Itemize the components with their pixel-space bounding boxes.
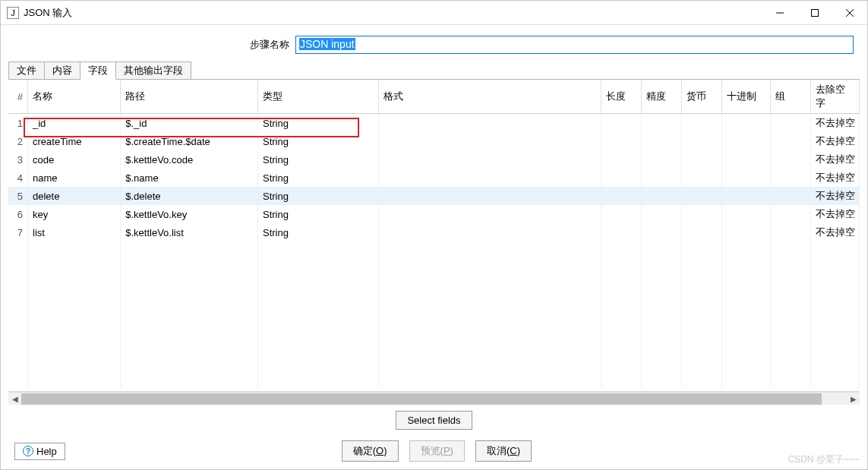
col-header-length[interactable]: 长度 bbox=[601, 80, 641, 114]
col-header-precision[interactable]: 精度 bbox=[641, 80, 681, 114]
cell-path[interactable]: $._id bbox=[121, 114, 258, 133]
cell-currency[interactable] bbox=[682, 223, 722, 241]
cell-name[interactable]: name bbox=[28, 169, 121, 187]
cell-index[interactable]: 5 bbox=[8, 187, 28, 205]
cell-precision[interactable] bbox=[641, 169, 681, 187]
cell-format[interactable] bbox=[379, 205, 601, 223]
cell-path[interactable]: $.kettleVo.key bbox=[121, 205, 258, 223]
table-row[interactable]: 3code$.kettleVo.codeString不去掉空 bbox=[8, 150, 860, 169]
cell-name[interactable]: createTime bbox=[28, 132, 121, 150]
cancel-button[interactable]: 取消(C) bbox=[475, 440, 532, 462]
col-header-format[interactable]: 格式 bbox=[379, 80, 601, 114]
cell-decimal[interactable] bbox=[722, 205, 771, 223]
col-header-trim[interactable]: 去除空字 bbox=[811, 80, 860, 114]
cell-decimal[interactable] bbox=[722, 169, 771, 187]
ok-button[interactable]: 确定(O) bbox=[342, 440, 399, 462]
cell-type[interactable]: String bbox=[257, 205, 378, 223]
cell-name[interactable]: code bbox=[28, 150, 121, 169]
tab-file[interactable]: 文件 bbox=[8, 62, 45, 79]
cell-index[interactable]: 7 bbox=[8, 223, 28, 241]
cell-length[interactable] bbox=[601, 169, 641, 187]
cell-currency[interactable] bbox=[682, 114, 722, 133]
cell-group[interactable] bbox=[770, 132, 810, 150]
table-row[interactable]: 2createTime$.createTime.$dateString不去掉空 bbox=[8, 132, 860, 150]
col-header-name[interactable]: 名称 bbox=[28, 80, 121, 114]
cell-precision[interactable] bbox=[641, 223, 681, 241]
cell-format[interactable] bbox=[379, 187, 601, 205]
close-button[interactable] bbox=[832, 1, 867, 25]
cell-path[interactable]: $.name bbox=[121, 169, 258, 187]
cell-index[interactable]: 2 bbox=[8, 132, 28, 150]
table-row-empty[interactable] bbox=[8, 351, 860, 369]
cell-length[interactable] bbox=[601, 187, 641, 205]
cell-path[interactable]: $.kettleVo.code bbox=[121, 150, 258, 169]
cell-precision[interactable] bbox=[641, 150, 681, 169]
cell-trim[interactable]: 不去掉空 bbox=[811, 169, 860, 187]
col-header-index[interactable]: # bbox=[8, 80, 28, 114]
cell-format[interactable] bbox=[379, 223, 601, 241]
minimize-button[interactable] bbox=[762, 1, 797, 25]
cell-format[interactable] bbox=[379, 132, 601, 150]
scroll-right-arrow[interactable]: ▶ bbox=[847, 393, 860, 405]
cell-format[interactable] bbox=[379, 150, 601, 169]
cell-type[interactable]: String bbox=[257, 150, 378, 169]
cell-precision[interactable] bbox=[641, 205, 681, 223]
col-header-type[interactable]: 类型 bbox=[257, 80, 378, 114]
col-header-group[interactable]: 组 bbox=[770, 80, 810, 114]
cell-currency[interactable] bbox=[682, 169, 722, 187]
scroll-track[interactable] bbox=[21, 393, 847, 405]
cell-group[interactable] bbox=[770, 223, 810, 241]
cell-trim[interactable]: 不去掉空 bbox=[811, 187, 860, 205]
cell-group[interactable] bbox=[770, 187, 810, 205]
cell-index[interactable]: 1 bbox=[8, 114, 28, 133]
cell-path[interactable]: $.delete bbox=[121, 187, 258, 205]
table-row[interactable]: 6key$.kettleVo.keyString不去掉空 bbox=[8, 205, 860, 223]
cell-length[interactable] bbox=[601, 132, 641, 150]
table-row-empty[interactable] bbox=[8, 296, 860, 314]
cell-precision[interactable] bbox=[641, 132, 681, 150]
cell-trim[interactable]: 不去掉空 bbox=[811, 205, 860, 223]
select-fields-button[interactable]: Select fields bbox=[396, 411, 472, 430]
cell-decimal[interactable] bbox=[722, 132, 771, 150]
tab-other-output[interactable]: 其他输出字段 bbox=[115, 62, 191, 79]
cell-type[interactable]: String bbox=[257, 114, 378, 133]
table-row-empty[interactable] bbox=[8, 369, 860, 387]
help-button[interactable]: ? Help bbox=[14, 443, 65, 460]
cell-trim[interactable]: 不去掉空 bbox=[811, 223, 860, 241]
cell-name[interactable]: _id bbox=[28, 114, 121, 133]
cell-precision[interactable] bbox=[641, 187, 681, 205]
cell-type[interactable]: String bbox=[257, 169, 378, 187]
cell-trim[interactable]: 不去掉空 bbox=[811, 150, 860, 169]
cell-currency[interactable] bbox=[682, 150, 722, 169]
cell-length[interactable] bbox=[601, 223, 641, 241]
table-row-empty[interactable] bbox=[8, 278, 860, 296]
table-row-empty[interactable] bbox=[8, 333, 860, 351]
table-row[interactable]: 7list$.kettleVo.listString不去掉空 bbox=[8, 223, 860, 241]
scroll-thumb[interactable] bbox=[21, 393, 822, 405]
cell-name[interactable]: list bbox=[28, 223, 121, 241]
cell-decimal[interactable] bbox=[722, 223, 771, 241]
cell-length[interactable] bbox=[601, 205, 641, 223]
cell-format[interactable] bbox=[379, 169, 601, 187]
cell-name[interactable]: key bbox=[28, 205, 121, 223]
cell-path[interactable]: $.kettleVo.list bbox=[121, 223, 258, 241]
col-header-currency[interactable]: 货币 bbox=[682, 80, 722, 114]
cell-type[interactable]: String bbox=[257, 187, 378, 205]
step-name-input[interactable]: JSON input bbox=[295, 36, 854, 54]
cell-currency[interactable] bbox=[682, 132, 722, 150]
cell-length[interactable] bbox=[601, 114, 641, 133]
cell-type[interactable]: String bbox=[257, 223, 378, 241]
table-row[interactable]: 1_id$._idString不去掉空 bbox=[8, 114, 860, 133]
tab-content[interactable]: 内容 bbox=[44, 62, 80, 79]
table-row[interactable]: 5delete$.deleteString不去掉空 bbox=[8, 187, 860, 205]
tab-fields[interactable]: 字段 bbox=[80, 62, 116, 80]
table-row-empty[interactable] bbox=[8, 260, 860, 278]
cell-length[interactable] bbox=[601, 150, 641, 169]
cell-index[interactable]: 4 bbox=[8, 169, 28, 187]
cell-precision[interactable] bbox=[641, 114, 681, 133]
cell-type[interactable]: String bbox=[257, 132, 378, 150]
cell-group[interactable] bbox=[770, 169, 810, 187]
cell-path[interactable]: $.createTime.$date bbox=[121, 132, 258, 150]
cell-trim[interactable]: 不去掉空 bbox=[811, 132, 860, 150]
cell-group[interactable] bbox=[770, 114, 810, 133]
